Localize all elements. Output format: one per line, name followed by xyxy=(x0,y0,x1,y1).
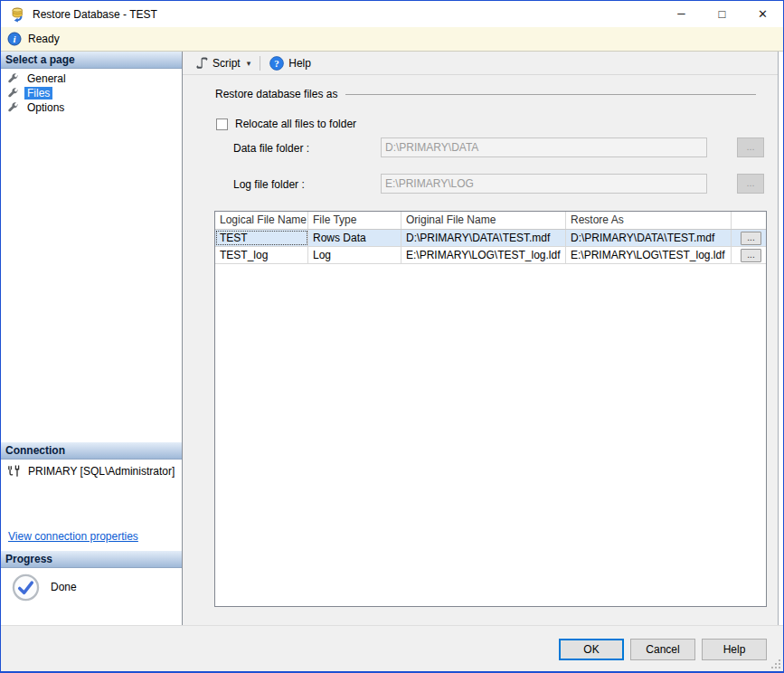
status-text: Ready xyxy=(28,33,60,45)
toolbar-separator xyxy=(260,56,260,71)
grid-header-row: Logical File Name File Type Original Fil… xyxy=(215,212,766,230)
log-folder-input[interactable] xyxy=(381,174,707,194)
log-folder-label: Log file folder : xyxy=(233,178,305,191)
cell-browse: ... xyxy=(732,230,766,246)
script-label: Script xyxy=(213,57,241,70)
main-panel: Script ▾ ? Help Restore database files a… xyxy=(183,52,779,625)
cell-logical-name[interactable]: TEST_log xyxy=(215,247,308,263)
chevron-down-icon[interactable]: ▾ xyxy=(245,59,251,68)
column-header-browse xyxy=(732,212,766,229)
progress-header: Progress xyxy=(1,551,182,568)
sidebar-item-label: Files xyxy=(24,87,52,100)
wrench-icon xyxy=(7,102,19,114)
window-title: Restore Database - TEST xyxy=(33,8,157,21)
maximize-icon: □ xyxy=(719,7,726,21)
column-header-logical-file-name[interactable]: Logical File Name xyxy=(215,212,308,229)
group-divider xyxy=(345,94,756,95)
row-browse-button[interactable]: ... xyxy=(741,232,761,245)
relocate-files-label: Relocate all files to folder xyxy=(235,118,356,130)
cell-file-type[interactable]: Log xyxy=(308,247,401,263)
table-row[interactable]: TEST_log Log E:\PRIMARY\LOG\TEST_log.ldf… xyxy=(215,247,766,264)
cell-original-file-name[interactable]: E:\PRIMARY\LOG\TEST_log.ldf xyxy=(401,247,566,263)
relocate-files-checkbox[interactable] xyxy=(216,118,228,130)
files-page-content: Restore database files as Relocate all f… xyxy=(183,75,778,625)
page-list: General Files Options xyxy=(1,69,182,115)
sidebar-item-general[interactable]: General xyxy=(1,71,182,86)
cell-logical-name[interactable]: TEST xyxy=(215,230,308,246)
restore-files-group: Restore database files as xyxy=(215,88,756,100)
cell-original-file-name[interactable]: D:\PRIMARY\DATA\TEST.mdf xyxy=(401,230,566,246)
svg-text:?: ? xyxy=(274,58,279,69)
cell-restore-as[interactable]: E:\PRIMARY\LOG\TEST_log.ldf xyxy=(566,247,732,263)
minimize-icon: – xyxy=(677,5,685,20)
table-row[interactable]: TEST Rows Data D:\PRIMARY\DATA\TEST.mdf … xyxy=(215,230,766,247)
sidebar-item-files[interactable]: Files xyxy=(1,86,182,100)
row-browse-button[interactable]: ... xyxy=(741,249,761,262)
sidebar: Select a page General Files xyxy=(1,52,183,625)
done-check-icon xyxy=(12,573,40,602)
minimize-button[interactable]: – xyxy=(661,1,702,27)
connection-plug-icon xyxy=(6,465,22,479)
title-bar[interactable]: Restore Database - TEST – □ ✕ xyxy=(1,1,783,27)
help-label: Help xyxy=(288,57,311,70)
cell-file-type[interactable]: Rows Data xyxy=(308,230,401,246)
view-connection-properties-link[interactable]: View connection properties xyxy=(8,530,138,543)
wrench-icon xyxy=(7,88,19,100)
column-header-restore-as[interactable]: Restore As xyxy=(566,212,732,229)
log-folder-browse-button[interactable]: ... xyxy=(737,174,764,194)
close-icon: ✕ xyxy=(758,7,768,21)
help-icon: ? xyxy=(269,56,284,71)
maximize-button[interactable]: □ xyxy=(702,1,742,27)
sidebar-item-label: General xyxy=(24,72,69,85)
connection-name: PRIMARY [SQL\Administrator] xyxy=(28,465,175,478)
data-folder-browse-button[interactable]: ... xyxy=(737,137,764,157)
data-folder-input[interactable] xyxy=(381,137,707,157)
progress-status: Done xyxy=(51,573,77,593)
cell-browse: ... xyxy=(732,247,766,263)
footer: OK Cancel Help xyxy=(1,625,783,671)
info-icon: i xyxy=(7,32,22,46)
ok-button[interactable]: OK xyxy=(559,639,624,660)
script-button[interactable]: Script ▾ xyxy=(189,54,256,71)
help-button[interactable]: Help xyxy=(702,639,767,660)
script-icon xyxy=(194,56,208,70)
restore-database-icon xyxy=(9,6,25,23)
data-folder-label: Data file folder : xyxy=(233,142,309,155)
progress-section: Done xyxy=(1,568,182,625)
status-strip: i Ready xyxy=(1,27,783,52)
help-toolbar-button[interactable]: ? Help xyxy=(264,54,316,72)
cancel-button[interactable]: Cancel xyxy=(630,639,695,660)
toolbar: Script ▾ ? Help xyxy=(183,52,778,75)
sidebar-item-options[interactable]: Options xyxy=(1,100,182,115)
files-grid: Logical File Name File Type Original Fil… xyxy=(214,211,767,607)
cell-restore-as[interactable]: D:\PRIMARY\DATA\TEST.mdf xyxy=(566,230,732,246)
column-header-file-type[interactable]: File Type xyxy=(308,212,401,229)
wrench-icon xyxy=(7,73,19,85)
group-title: Restore database files as xyxy=(215,88,337,100)
sidebar-item-label: Options xyxy=(24,101,67,114)
close-button[interactable]: ✕ xyxy=(742,1,783,27)
restore-database-dialog: Restore Database - TEST – □ ✕ i Ready Se… xyxy=(0,0,784,673)
column-header-original-file-name[interactable]: Original File Name xyxy=(401,212,566,229)
resize-grip[interactable] xyxy=(771,659,781,669)
connection-header: Connection xyxy=(1,442,182,460)
connection-item: PRIMARY [SQL\Administrator] xyxy=(1,460,182,479)
select-a-page-header: Select a page xyxy=(1,52,182,69)
